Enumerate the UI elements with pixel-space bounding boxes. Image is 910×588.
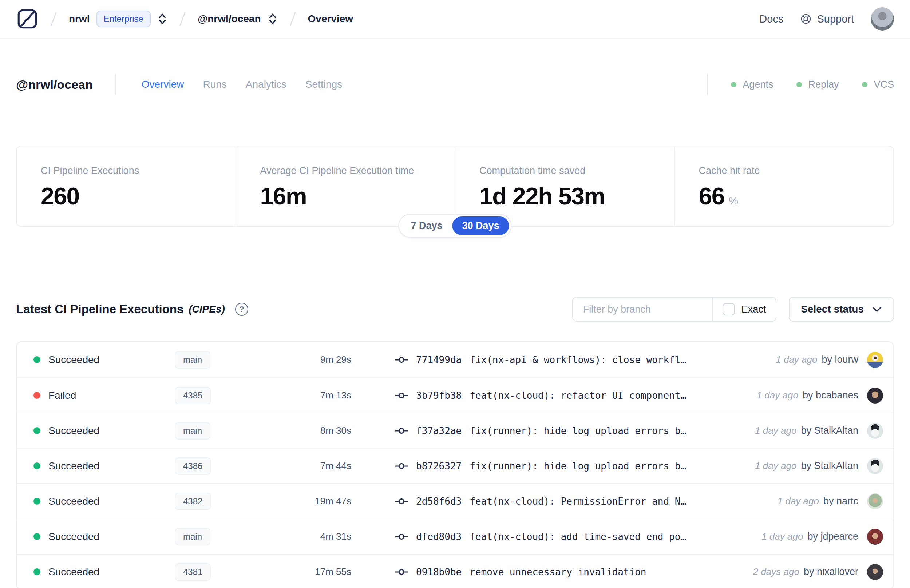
workspace-header: @nrwl/ocean Overview Runs Analytics Sett…: [16, 70, 894, 99]
replay-label: Replay: [808, 79, 839, 90]
commit-message[interactable]: fix(runner): hide log upload errors b…: [470, 460, 686, 472]
replay-status-link[interactable]: Replay: [797, 79, 839, 90]
author-avatar: [867, 529, 883, 545]
breadcrumb-workspace[interactable]: @nrwl/ocean: [198, 13, 261, 25]
git-commit-icon: [395, 568, 408, 577]
author-avatar: [867, 493, 883, 509]
branch-filter-box: Exact: [572, 297, 777, 321]
duration: 17m 55s: [262, 566, 351, 577]
branch-badge[interactable]: main: [175, 422, 210, 439]
vcs-label: VCS: [874, 79, 894, 90]
org-switcher-button[interactable]: [157, 12, 167, 26]
author: by jdpearce: [807, 531, 858, 542]
status-label: Succeeded: [48, 460, 99, 472]
commit-message[interactable]: feat(nx-cloud): PermissionError and N…: [470, 496, 686, 507]
section-title: Latest CI Pipeline Executions: [16, 302, 183, 316]
exact-label: Exact: [742, 304, 766, 315]
commit-hash[interactable]: 0918b0be: [416, 567, 462, 577]
stat-value: 1d 22h 53m: [479, 182, 650, 210]
status-label: Failed: [48, 390, 76, 401]
stat-label: Average CI Pipeline Execution time: [260, 165, 431, 176]
duration: 19m 47s: [262, 496, 351, 507]
green-dot-icon: [862, 82, 867, 87]
vcs-status-link[interactable]: VCS: [862, 79, 894, 90]
support-label: Support: [817, 13, 854, 25]
enterprise-badge: Enterprise: [97, 11, 151, 27]
exact-checkbox[interactable]: [723, 303, 735, 315]
docs-link[interactable]: Docs: [759, 13, 783, 25]
tab-runs[interactable]: Runs: [203, 79, 226, 90]
table-row[interactable]: Failed 4385 7m 13s 3b79fb38 feat(nx-clou…: [17, 377, 893, 413]
author-avatar: [867, 352, 883, 368]
commit-message[interactable]: fix(runner): hide log upload errors b…: [470, 425, 686, 436]
stat-unit: %: [729, 195, 738, 207]
commit-hash[interactable]: 2d58f6d3: [416, 496, 462, 507]
select-status-dropdown[interactable]: Select status: [789, 297, 894, 321]
table-row[interactable]: Succeeded main 4m 31s dfed80d3 feat(nx-c…: [17, 519, 893, 554]
support-link[interactable]: Support: [800, 13, 854, 25]
table-row[interactable]: Succeeded main 9m 29s 771499da fix(nx-ap…: [17, 342, 893, 377]
chevron-down-icon: [872, 306, 882, 313]
status-dot-failed: [34, 392, 40, 399]
user-avatar[interactable]: [871, 7, 894, 31]
table-row[interactable]: Succeeded 4382 19m 47s 2d58f6d3 feat(nx-…: [17, 483, 893, 519]
range-7-days-button[interactable]: 7 Days: [401, 216, 452, 235]
agents-status-link[interactable]: Agents: [731, 79, 773, 90]
time-ago: 1 day ago: [761, 531, 803, 542]
agents-label: Agents: [743, 79, 773, 90]
divider: [707, 74, 708, 95]
commit-message[interactable]: fix(nx-api & workflows): close workfl…: [470, 354, 686, 365]
help-icon[interactable]: ?: [235, 303, 248, 316]
time-ago: 1 day ago: [757, 390, 798, 401]
branch-badge[interactable]: 4381: [175, 563, 211, 581]
status-dot-succeeded: [34, 533, 40, 540]
table-row[interactable]: Succeeded 4381 17m 55s 0918b0be remove u…: [17, 554, 893, 588]
branch-badge[interactable]: main: [175, 351, 210, 368]
commit-message[interactable]: feat(nx-cloud): add time-saved end po…: [470, 531, 686, 542]
stat-label: CI Pipeline Executions: [41, 165, 212, 176]
time-ago: 1 day ago: [777, 496, 819, 507]
git-commit-icon: [395, 462, 408, 470]
commit-hash[interactable]: b8726327: [416, 460, 462, 472]
branch-badge[interactable]: 4386: [175, 457, 211, 475]
commit-hash[interactable]: dfed80d3: [416, 531, 462, 542]
tab-settings[interactable]: Settings: [305, 79, 342, 90]
branch-badge[interactable]: 4382: [175, 493, 211, 510]
branch-filter-input[interactable]: [573, 298, 712, 321]
status-dot-succeeded: [34, 356, 40, 363]
git-commit-icon: [395, 532, 408, 541]
status-label: Succeeded: [48, 531, 99, 543]
breadcrumb-page: Overview: [308, 13, 354, 25]
table-row[interactable]: Succeeded main 8m 30s f37a32ae fix(runne…: [17, 413, 893, 448]
commit-hash[interactable]: f37a32ae: [416, 425, 462, 436]
commit-hash[interactable]: 771499da: [416, 354, 462, 365]
status-label: Succeeded: [48, 566, 99, 578]
duration: 4m 31s: [262, 531, 351, 542]
range-30-days-button[interactable]: 30 Days: [452, 216, 509, 235]
commit-message[interactable]: feat(nx-cloud): refactor UI component…: [470, 390, 686, 401]
tab-overview[interactable]: Overview: [142, 79, 184, 90]
tab-analytics[interactable]: Analytics: [246, 79, 286, 90]
stat-value: 16m: [260, 182, 431, 210]
breadcrumb-org[interactable]: nrwl: [69, 13, 90, 25]
table-row[interactable]: Succeeded 4386 7m 44s b8726327 fix(runne…: [17, 448, 893, 483]
nx-cloud-logo[interactable]: [16, 8, 39, 30]
green-dot-icon: [731, 82, 736, 87]
stats-cards: CI Pipeline Executions 260 Average CI Pi…: [16, 145, 894, 227]
duration: 8m 30s: [262, 425, 351, 436]
author: by nartc: [823, 496, 858, 507]
status-dot-succeeded: [34, 462, 40, 469]
exact-match-toggle[interactable]: Exact: [712, 298, 776, 321]
branch-badge[interactable]: 4385: [175, 387, 211, 404]
author-avatar: [867, 564, 883, 580]
feature-status-links: Agents Replay VCS: [707, 74, 894, 95]
time-ago: 1 day ago: [776, 354, 817, 365]
workspace-switcher-button[interactable]: [268, 12, 278, 26]
commit-message[interactable]: remove unnecessary invalidation: [470, 567, 646, 577]
status-dot-succeeded: [34, 498, 40, 505]
commit-hash[interactable]: 3b79fb38: [416, 390, 462, 401]
cipe-table: Succeeded main 9m 29s 771499da fix(nx-ap…: [16, 341, 894, 588]
select-status-label: Select status: [801, 304, 864, 315]
branch-badge[interactable]: main: [175, 528, 210, 546]
nav-right: Docs Support: [759, 7, 894, 31]
